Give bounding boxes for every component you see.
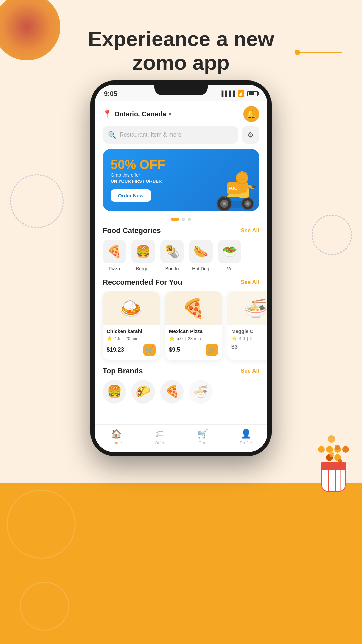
time-chicken: 20 min — [125, 336, 138, 341]
food-card-footer-meggie: $3 — [231, 344, 267, 351]
category-name-pizza: Pizza — [109, 266, 120, 271]
category-name-boritto: Boritto — [165, 266, 179, 271]
notification-button[interactable]: 🔔 — [243, 106, 259, 122]
cart-nav-icon: 🛒 — [197, 429, 208, 439]
add-to-cart-mexican[interactable]: 🛒 — [206, 344, 218, 356]
nav-label-cart: Cart — [198, 440, 207, 445]
nav-label-profile: Profile — [240, 440, 252, 445]
price-meggie: $3 — [231, 344, 238, 351]
signal-icon: ▐▐▐▐ — [220, 91, 235, 97]
category-item-boritto[interactable]: 🌯 Boritto — [160, 240, 184, 271]
status-icons: ▐▐▐▐ 📶 — [220, 90, 258, 97]
category-item-hotdog[interactable]: 🌭 Hot Dog — [189, 240, 213, 271]
bg-orange-bar — [0, 483, 362, 644]
recommended-see-all[interactable]: See All — [241, 279, 259, 286]
floating-balls — [328, 435, 342, 463]
time-meggie: 2 — [250, 336, 252, 341]
food-card-body-meggie: Meggie C ⭐ 4.0 | 2 $3 — [227, 325, 267, 355]
dashed-circle-left — [10, 174, 64, 228]
search-input[interactable]: Restaurant, item & more — [120, 131, 181, 138]
star-icon-3: ⭐ — [231, 336, 237, 341]
svg-point-3 — [223, 202, 226, 205]
food-categories-see-all[interactable]: See All — [241, 227, 259, 234]
offer-icon: 🏷 — [155, 429, 164, 439]
category-img-boritto: 🌯 — [160, 240, 184, 263]
filter-button[interactable]: ⚙ — [242, 126, 259, 144]
order-now-button[interactable]: Order Now — [111, 189, 151, 202]
category-item-burger[interactable]: 🍔 Burger — [131, 240, 155, 271]
price-chicken: $19.23 — [107, 346, 124, 353]
banner-dot-2 — [182, 218, 185, 221]
search-bar: 🔍 Restaurant, item & more ⚙ — [95, 126, 267, 149]
cart-icon: 🛒 — [146, 346, 153, 354]
add-to-cart-chicken[interactable]: 🛒 — [143, 344, 156, 356]
bottom-nav: 🏠 Home 🏷 Offer 🛒 Cart 👤 Profile — [95, 424, 267, 452]
recommended-header: Reccomended For You See All — [95, 278, 267, 291]
brand-item-4[interactable]: 🍜 — [189, 380, 213, 404]
top-brands-see-all[interactable]: See All — [241, 368, 259, 374]
phone-screen: 9:05 ▐▐▐▐ 📶 📍 Ontario, Canada ▾ 🔔 — [95, 85, 267, 452]
nav-item-profile[interactable]: 👤 Profile — [224, 429, 267, 445]
category-img-ve: 🥗 — [218, 240, 241, 263]
location-selector[interactable]: 📍 Ontario, Canada ▾ — [103, 110, 171, 118]
top-brands-list: 🍔 🌮 🍕 🍜 — [95, 380, 267, 430]
food-card-name-mexican: Mexican Pizza — [169, 328, 218, 334]
brand-item-2[interactable]: 🌮 — [131, 380, 155, 404]
category-img-hotdog: 🌭 — [189, 240, 213, 263]
category-name-ve: Ve — [227, 266, 232, 271]
svg-rect-14 — [252, 186, 256, 188]
recommended-title: Reccomended For You — [103, 278, 182, 287]
nav-item-home[interactable]: 🏠 Home — [95, 429, 138, 445]
search-icon: 🔍 — [108, 131, 116, 139]
star-icon: ⭐ — [107, 336, 112, 341]
food-card-name-chicken: Chicken karahi — [107, 328, 156, 334]
dashed-circle-right — [312, 215, 352, 255]
promo-banner[interactable]: 50% OFF Grab this offer ON YOUR FIRST OR… — [103, 149, 259, 211]
rating-chicken: 4.5 — [114, 336, 120, 341]
brand-item-1[interactable]: 🍔 — [103, 380, 126, 404]
banner-dot-3 — [188, 218, 191, 221]
food-card-mexican[interactable]: 🍕 Mexican Pizza ⭐ 5.0 | 28 min $9.5 — [165, 291, 222, 360]
location-pin-icon: 📍 — [103, 110, 112, 118]
top-brands-header: Top Brands See All — [95, 367, 267, 380]
bell-icon: 🔔 — [246, 109, 256, 119]
home-icon: 🏠 — [111, 429, 122, 439]
category-img-burger: 🍔 — [131, 240, 155, 263]
bg-pizza-decoration — [0, 0, 60, 60]
nav-label-offer: Offer — [155, 440, 164, 445]
category-name-burger: Burger — [136, 266, 150, 271]
profile-icon: 👤 — [241, 429, 251, 439]
rider-illustration: FOOD — [202, 154, 259, 211]
food-card-meta-chicken: ⭐ 4.5 | 20 min — [107, 336, 156, 341]
status-time: 9:05 — [104, 90, 117, 98]
cart-icon-2: 🛒 — [208, 346, 216, 354]
rating-mexican: 5.0 — [177, 336, 183, 341]
food-card-img-mexican: 🍕 — [165, 291, 222, 325]
category-item-ve[interactable]: 🥗 Ve — [218, 240, 241, 271]
category-item-pizza[interactable]: 🍕 Pizza — [103, 240, 126, 271]
battery-icon — [247, 91, 258, 96]
price-mexican: $9.5 — [169, 346, 180, 353]
food-card-chicken[interactable]: 🍛 Chicken karahi ⭐ 4.5 | 20 min $19.23 — [103, 291, 160, 360]
food-card-img-meggie: 🍜 — [227, 291, 267, 325]
wifi-icon: 📶 — [237, 90, 245, 97]
category-name-hotdog: Hot Dog — [192, 266, 209, 271]
banner-dot-1 — [171, 218, 179, 221]
phone-frame: 9:05 ▐▐▐▐ 📶 📍 Ontario, Canada ▾ 🔔 — [90, 80, 272, 456]
page-title: Experieance a newzomo app — [80, 27, 282, 75]
chevron-down-icon: ▾ — [169, 111, 171, 117]
nav-item-offer[interactable]: 🏷 Offer — [138, 429, 181, 445]
nav-label-home: Home — [110, 440, 122, 445]
brand-item-3[interactable]: 🍕 — [160, 380, 184, 404]
food-categories-header: Food Categories See All — [95, 226, 267, 240]
food-card-body-mexican: Mexican Pizza ⭐ 5.0 | 28 min $9.5 🛒 — [165, 325, 222, 360]
food-card-meta-mexican: ⭐ 5.0 | 28 min — [169, 336, 218, 341]
nav-item-cart[interactable]: 🛒 Cart — [181, 429, 224, 445]
food-categories-title: Food Categories — [103, 226, 161, 235]
star-icon-2: ⭐ — [169, 336, 175, 341]
search-input-wrap[interactable]: 🔍 Restaurant, item & more — [103, 126, 238, 144]
category-img-pizza: 🍕 — [103, 240, 126, 263]
rating-meggie: 4.0 — [239, 336, 245, 341]
food-card-meggie[interactable]: 🍜 Meggie C ⭐ 4.0 | 2 $3 — [227, 291, 267, 360]
phone-notch — [154, 85, 208, 95]
